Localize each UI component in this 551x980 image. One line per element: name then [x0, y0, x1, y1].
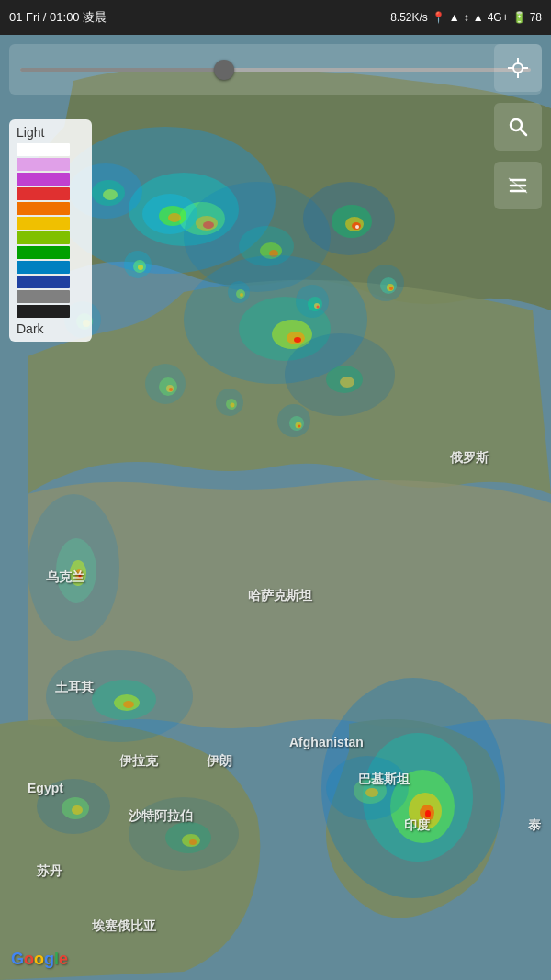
svg-point-35	[425, 810, 431, 817]
google-o1: o	[24, 950, 34, 968]
google-logo: Google	[11, 950, 68, 969]
network-speed: 8.52K/s	[390, 11, 428, 24]
slider-thumb[interactable]	[214, 60, 234, 80]
legend-swatch-10[interactable]	[17, 290, 70, 303]
slider-fill	[20, 68, 224, 72]
legend-swatch-1[interactable]	[17, 158, 70, 171]
svg-point-21	[355, 225, 359, 229]
legend-swatch-11[interactable]	[17, 305, 70, 318]
locate-button[interactable]	[494, 44, 542, 92]
svg-line-89	[521, 130, 527, 136]
svg-point-83	[513, 63, 523, 73]
status-time: 01 Fri / 01:00 凌晨	[9, 9, 107, 26]
legend-swatch-2[interactable]	[17, 173, 70, 186]
svg-point-45	[72, 805, 83, 815]
legend-swatch-9[interactable]	[17, 276, 70, 288]
layers-icon	[507, 175, 529, 197]
svg-point-52	[138, 265, 143, 270]
signal-icon2: ↕	[464, 11, 469, 24]
svg-point-59	[317, 306, 320, 309]
search-icon	[507, 116, 529, 138]
svg-point-63	[389, 287, 393, 290]
opacity-slider-panel	[9, 44, 542, 95]
legend-swatches	[17, 143, 84, 318]
signal-icon: ▲	[449, 11, 460, 24]
legend-panel: Light Dark	[9, 119, 92, 342]
signal-bars: ▲	[473, 11, 484, 24]
crosshair-icon	[506, 56, 530, 80]
legend-swatch-6[interactable]	[17, 231, 70, 244]
location-icon: 📍	[432, 11, 445, 24]
slider-track[interactable]	[20, 68, 531, 72]
google-e: e	[59, 950, 68, 968]
svg-point-42	[123, 701, 134, 708]
google-g2: g	[44, 950, 54, 968]
legend-swatch-7[interactable]	[17, 246, 70, 259]
svg-point-55	[240, 293, 243, 297]
legend-swatch-5[interactable]	[17, 217, 70, 230]
legend-dark-label: Dark	[17, 321, 84, 336]
svg-point-38	[365, 788, 378, 797]
battery-level: 78	[530, 11, 542, 24]
google-g: G	[11, 950, 24, 968]
svg-point-82	[79, 574, 82, 579]
legend-swatch-0[interactable]	[17, 143, 70, 156]
svg-point-26	[294, 337, 301, 343]
svg-point-9	[103, 189, 118, 200]
battery-icon: 🔋	[512, 11, 526, 24]
svg-point-12	[168, 213, 181, 222]
legend-swatch-8[interactable]	[17, 261, 70, 274]
legend-light-label: Light	[17, 125, 84, 140]
search-button[interactable]	[494, 103, 542, 151]
legend-swatch-3[interactable]	[17, 187, 70, 200]
layers-button[interactable]	[494, 162, 542, 209]
google-o2: o	[34, 950, 44, 968]
svg-point-70	[169, 388, 173, 391]
svg-point-73	[231, 403, 235, 408]
status-bar: 01 Fri / 01:00 凌晨 8.52K/s 📍 ▲ ↕ ▲ 4G+ 🔋 …	[0, 0, 551, 35]
network-type: 4G+	[488, 11, 509, 24]
svg-point-49	[189, 839, 197, 845]
svg-point-29	[340, 377, 354, 388]
legend-swatch-4[interactable]	[17, 202, 70, 215]
svg-point-77	[298, 425, 301, 428]
